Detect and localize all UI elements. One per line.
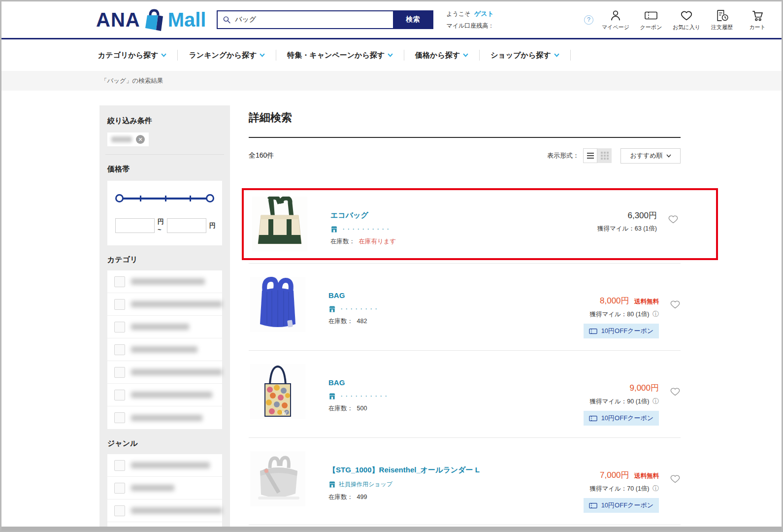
category-option[interactable] xyxy=(107,270,222,293)
genre-filter-list xyxy=(107,454,222,532)
mypage-label: マイページ xyxy=(602,24,629,31)
guest-link[interactable]: ゲスト xyxy=(474,10,494,17)
product-title-link[interactable]: エコバッグ xyxy=(330,211,368,220)
product-price: 7,000円 xyxy=(600,470,629,480)
product-title-link[interactable]: 【STG_1000】Reisenthel_オールランダー L xyxy=(328,466,480,475)
category-option[interactable] xyxy=(107,361,222,384)
checkbox[interactable] xyxy=(114,367,125,378)
chevron-down-icon xyxy=(161,53,166,57)
shop-name[interactable]: ・・・・・・・・・・ xyxy=(341,226,390,233)
coupon-badge[interactable]: 10円OFFクーポン xyxy=(584,411,659,426)
grid-view-button[interactable] xyxy=(597,148,612,163)
cart-icon xyxy=(751,9,764,22)
cart-label: カート xyxy=(749,24,766,31)
active-filter-chip[interactable]: ✕ xyxy=(107,133,149,146)
search-button[interactable]: 検索 xyxy=(393,11,432,28)
category-option[interactable] xyxy=(107,338,222,361)
coupon-button[interactable]: クーポン xyxy=(636,9,666,31)
stock-value: 482 xyxy=(357,318,367,325)
favorite-heart-button[interactable] xyxy=(659,386,681,397)
free-shipping-badge: 送料無料 xyxy=(634,298,659,305)
main-navigation: カテゴリから探す ランキングから探す 特集・キャンペーンから探す 価格から探す … xyxy=(1,39,782,71)
cart-button[interactable]: カート xyxy=(742,9,773,31)
ana-mall-logo[interactable]: ANA Mall xyxy=(96,8,206,31)
miles-earned: 獲得マイル：90 (1倍) xyxy=(589,398,649,405)
category-option[interactable] xyxy=(107,406,222,429)
favorites-button[interactable]: お気に入り xyxy=(671,9,702,31)
shop-icon xyxy=(328,305,336,313)
info-icon[interactable]: ⓘ xyxy=(652,485,659,492)
checkbox[interactable] xyxy=(114,483,125,494)
search-input[interactable] xyxy=(235,16,393,24)
product-price: 9,000円 xyxy=(629,383,659,393)
help-icon[interactable]: ? xyxy=(584,15,593,25)
coupon-badge[interactable]: 10円OFFクーポン xyxy=(584,498,659,513)
checkbox[interactable] xyxy=(114,276,125,287)
blurred-label xyxy=(131,278,205,285)
chevron-down-icon xyxy=(666,154,671,158)
product-row[interactable]: W BAG ・・・・・・・・・・ 在 xyxy=(249,350,681,437)
genre-option[interactable] xyxy=(107,477,222,499)
shopping-bag-logo-icon xyxy=(143,8,165,31)
genre-option[interactable] xyxy=(107,499,222,522)
price-range-slider[interactable] xyxy=(115,194,214,203)
product-title-link[interactable]: BAG xyxy=(328,378,345,387)
sort-dropdown[interactable]: おすすめ順 xyxy=(620,148,681,164)
category-option[interactable] xyxy=(107,293,222,316)
coupon-label: 10円OFFクーポン xyxy=(601,327,653,335)
checkbox[interactable] xyxy=(114,460,125,471)
product-price-block: 8,000円 送料無料 獲得マイル：80 (1倍) ⓘ 10円OFFクーポン xyxy=(584,295,659,338)
nav-category[interactable]: カテゴリから探す xyxy=(98,51,177,60)
checkbox[interactable] xyxy=(114,299,125,310)
product-image[interactable] xyxy=(249,450,307,508)
product-row[interactable]: 【STG_1000】Reisenthel_オールランダー L 社員操作用ショップ… xyxy=(249,437,681,525)
slider-handle-min[interactable] xyxy=(115,194,124,202)
shop-icon xyxy=(328,481,336,488)
nav-price[interactable]: 価格から探す xyxy=(404,51,479,60)
product-title-link[interactable]: BAG xyxy=(328,291,345,299)
product-image[interactable] xyxy=(249,275,307,333)
category-option[interactable] xyxy=(107,384,222,406)
yen-to-label: 円 xyxy=(209,221,216,230)
product-image[interactable]: W xyxy=(249,363,307,421)
genre-option[interactable] xyxy=(107,454,222,477)
coupon-badge[interactable]: 10円OFFクーポン xyxy=(584,324,659,338)
mypage-button[interactable]: マイページ xyxy=(600,9,631,31)
checkbox[interactable] xyxy=(114,390,125,400)
info-icon[interactable]: ⓘ xyxy=(652,398,659,405)
nav-price-label: 価格から探す xyxy=(415,51,460,60)
price-max-input[interactable] xyxy=(167,218,206,233)
breadcrumb: 「バッグ」の検索結果 xyxy=(1,71,782,91)
favorite-heart-button[interactable] xyxy=(659,299,681,310)
nav-shop[interactable]: ショップから探す xyxy=(480,51,570,60)
product-row[interactable]: BAG ・・・・・・・・ 在庫数： 482 xyxy=(249,263,681,350)
category-option[interactable] xyxy=(107,316,222,338)
remove-filter-icon[interactable]: ✕ xyxy=(136,135,145,144)
order-history-button[interactable]: 注文履歴 xyxy=(707,9,737,31)
shop-name[interactable]: ・・・・・・・・ xyxy=(339,305,378,313)
checkbox[interactable] xyxy=(114,322,125,332)
nav-special[interactable]: 特集・キャンペーンから探す xyxy=(276,51,404,60)
order-history-label: 注文履歴 xyxy=(711,24,733,31)
gray-duffel-image xyxy=(250,451,305,506)
slider-handle-max[interactable] xyxy=(206,194,214,202)
price-filter-panel: 円~ 円 xyxy=(107,181,222,245)
product-image[interactable] xyxy=(251,195,309,253)
list-view-button[interactable] xyxy=(583,148,597,163)
favorite-heart-button[interactable] xyxy=(657,214,679,225)
price-min-input[interactable] xyxy=(115,218,155,233)
nav-ranking-label: ランキングから探す xyxy=(189,51,257,60)
info-icon[interactable]: ⓘ xyxy=(652,310,659,318)
checkbox[interactable] xyxy=(114,505,125,516)
product-price: 6,300円 xyxy=(627,211,657,220)
user-icon xyxy=(609,9,622,22)
shop-name[interactable]: 社員操作用ショップ xyxy=(339,480,392,489)
search-bar: 検索 xyxy=(217,10,433,29)
checkbox[interactable] xyxy=(114,344,125,355)
genre-title: ジャンル xyxy=(107,439,222,448)
product-row[interactable]: エコバッグ ・・・・・・・・・・ 在庫数： xyxy=(251,195,679,253)
nav-ranking[interactable]: ランキングから探す xyxy=(178,51,276,60)
favorite-heart-button[interactable] xyxy=(659,473,681,484)
shop-name[interactable]: ・・・・・・・・・・ xyxy=(339,393,388,400)
checkbox[interactable] xyxy=(114,412,125,423)
